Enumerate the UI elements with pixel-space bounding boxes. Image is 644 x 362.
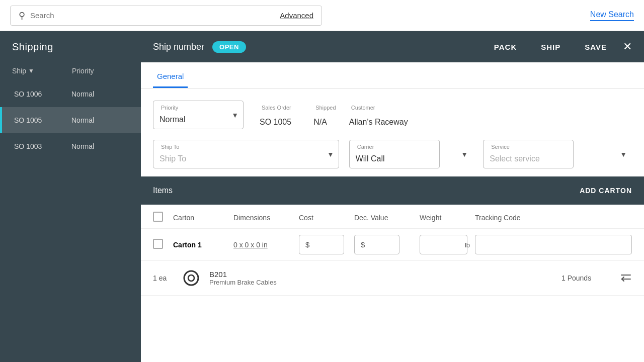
add-carton-button[interactable]: ADD CARTON <box>580 187 632 195</box>
sidebar-item-id: SO 1005 <box>14 116 71 124</box>
search-input[interactable] <box>30 11 275 20</box>
search-icon: ⚲ <box>19 10 25 21</box>
service-dropdown-icon: ▼ <box>620 150 627 158</box>
carton-dimensions[interactable]: 0 x 0 x 0 in <box>233 241 299 249</box>
carton-checkbox-wrapper <box>153 239 173 250</box>
carton-weight-wrapper: lb <box>420 235 475 254</box>
ship-button[interactable]: SHIP <box>533 39 569 55</box>
content-panel: Ship number OPEN PACK SHIP SAVE ✕ Genera… <box>141 31 644 362</box>
sidebar-item-priority: Normal <box>71 142 129 150</box>
customer-label: Customer <box>349 105 377 111</box>
carrier-dropdown-icon: ▼ <box>461 150 468 158</box>
items-table: Carton Dimensions Cost Dec. Value Weight… <box>141 205 644 362</box>
form-section: Priority Normal High Low ▼ Sales Order S… <box>141 88 644 176</box>
new-search-button[interactable]: New Search <box>590 10 634 21</box>
carton-weight-input[interactable] <box>420 235 467 254</box>
advanced-link[interactable]: Advanced <box>280 11 313 20</box>
product-weight: 1 Pounds <box>561 274 612 282</box>
table-col-weight: Weight <box>420 214 475 222</box>
sidebar-item-priority: Normal <box>71 116 129 124</box>
content-header: Ship number OPEN PACK SHIP SAVE ✕ <box>141 31 644 62</box>
select-all-checkbox[interactable] <box>153 212 163 222</box>
table-col-dimensions: Dimensions <box>233 214 299 222</box>
table-col-check <box>153 212 173 223</box>
carton-checkbox[interactable] <box>153 239 163 249</box>
shipped-label: Shipped <box>313 105 338 111</box>
sidebar-ship-label: Ship <box>12 67 26 75</box>
sidebar-col-ship: Ship ▼ <box>12 67 69 75</box>
service-select[interactable]: Select service <box>483 140 574 168</box>
form-row-2: Ship To Ship To ▼ Carrier Will Call FedE… <box>153 140 632 168</box>
customer-group: Customer Allan's Raceway <box>343 101 414 132</box>
product-code: B201 <box>209 270 553 279</box>
sidebar-column-headers: Ship ▼ Priority <box>0 63 141 81</box>
table-col-tracking: Tracking Code <box>475 214 632 222</box>
carton-cost-input[interactable] <box>299 235 344 254</box>
items-header: Items ADD CARTON <box>141 176 644 205</box>
form-row-1: Priority Normal High Low ▼ Sales Order S… <box>153 101 632 132</box>
shipped-group: Shipped N/A <box>307 101 333 132</box>
sales-order-value: SO 1005 <box>260 113 291 127</box>
carrier-group: Carrier Will Call FedEx UPS ▼ <box>349 140 473 168</box>
tab-bar: General <box>141 62 644 88</box>
sidebar-col-priority: Priority <box>72 67 129 75</box>
customer-value: Allan's Raceway <box>349 113 408 127</box>
sidebar-item-so1005[interactable]: SO 1005 Normal <box>0 107 141 133</box>
close-button[interactable]: ✕ <box>623 40 632 53</box>
weight-unit-label: lb <box>465 241 470 248</box>
carton-weight[interactable]: lb <box>420 235 475 254</box>
ship-number-label: Ship number <box>153 42 204 52</box>
table-col-carton: Carton <box>173 214 233 222</box>
sidebar-items: SO 1006 Normal SO 1005 Normal SO 1003 No… <box>0 81 141 362</box>
carton-dec-value-input[interactable] <box>354 235 399 254</box>
table-col-cost: Cost <box>299 214 354 222</box>
carton-dec-value[interactable] <box>354 235 420 254</box>
carton-tracking-input[interactable] <box>475 235 632 254</box>
product-name: Premium Brake Cables <box>209 279 553 286</box>
ship-to-select[interactable]: Ship To <box>153 140 339 168</box>
product-icon <box>181 268 201 288</box>
product-action-button[interactable] <box>620 271 632 286</box>
sidebar-item-so1006[interactable]: SO 1006 Normal <box>0 81 141 107</box>
carton-cost[interactable] <box>299 235 354 254</box>
table-header: Carton Dimensions Cost Dec. Value Weight… <box>141 205 644 229</box>
status-badge: OPEN <box>212 41 246 53</box>
carton-name: Carton 1 <box>173 241 233 249</box>
items-section: Items ADD CARTON Carton Dimensions Cost … <box>141 176 644 362</box>
svg-point-1 <box>188 275 194 281</box>
ship-to-group: Ship To Ship To ▼ <box>153 140 339 168</box>
shipped-value: N/A <box>313 113 327 127</box>
top-bar: ⚲ Advanced New Search <box>0 0 644 31</box>
sidebar-item-so1003[interactable]: SO 1003 Normal <box>0 133 141 159</box>
search-area: ⚲ Advanced <box>10 6 322 26</box>
product-row: 1 ea B201 Premium Brake Cables 1 Pounds <box>141 261 644 296</box>
priority-select[interactable]: Normal High Low <box>153 101 244 129</box>
sidebar-item-priority: Normal <box>71 90 129 98</box>
table-col-dec-value: Dec. Value <box>354 214 420 222</box>
sales-order-label: Sales Order <box>260 105 293 111</box>
sort-down-icon: ▼ <box>28 67 34 74</box>
save-button[interactable]: SAVE <box>577 39 615 55</box>
sales-order-group: Sales Order SO 1005 <box>254 101 297 132</box>
tab-general[interactable]: General <box>153 65 188 88</box>
priority-group: Priority Normal High Low ▼ <box>153 101 244 129</box>
sidebar: Shipping Ship ▼ Priority SO 1006 Normal … <box>0 31 141 362</box>
sidebar-title: Shipping <box>0 31 141 63</box>
main-layout: Shipping Ship ▼ Priority SO 1006 Normal … <box>0 31 644 362</box>
carton-row: Carton 1 0 x 0 x 0 in lb <box>141 229 644 261</box>
product-info: B201 Premium Brake Cables <box>209 270 553 286</box>
sidebar-item-id: SO 1003 <box>14 142 71 150</box>
service-group: Service Select service ▼ <box>483 140 632 168</box>
carton-tracking[interactable] <box>475 235 632 254</box>
pack-button[interactable]: PACK <box>486 39 525 55</box>
product-qty: 1 ea <box>153 274 173 282</box>
carrier-select[interactable]: Will Call FedEx UPS <box>349 140 440 168</box>
items-title: Items <box>153 186 173 195</box>
sidebar-item-id: SO 1006 <box>14 90 71 98</box>
svg-point-0 <box>184 271 198 285</box>
